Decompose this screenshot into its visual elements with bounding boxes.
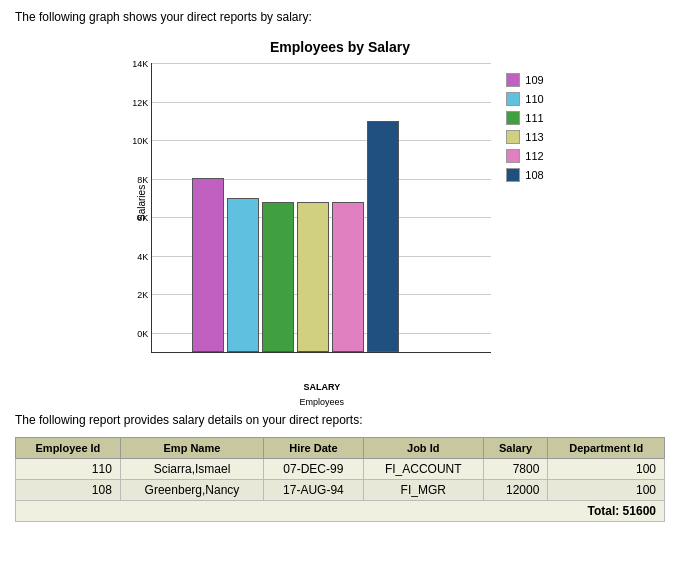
legend-item-109: 109 xyxy=(506,73,543,87)
chart-graph: 0K2K4K6K8K10K12K14KSALARYEmployees xyxy=(151,63,491,353)
table-cell: 07-DEC-99 xyxy=(264,459,364,480)
chart-bar-109 xyxy=(192,178,224,352)
y-tick-label: 0K xyxy=(137,329,148,339)
chart-bar-108 xyxy=(367,121,399,352)
table-cell: FI_ACCOUNT xyxy=(363,459,483,480)
y-tick-label: 12K xyxy=(132,98,148,108)
table-row: 110Sciarra,Ismael07-DEC-99FI_ACCOUNT7800… xyxy=(16,459,665,480)
chart-legend: 109110111113112108 xyxy=(506,63,543,182)
legend-item-108: 108 xyxy=(506,168,543,182)
legend-label-111: 111 xyxy=(525,112,543,124)
legend-label-110: 110 xyxy=(525,93,543,105)
table-cell: 108 xyxy=(16,480,121,501)
table-header-job-id: Job Id xyxy=(363,438,483,459)
legend-label-109: 109 xyxy=(525,74,543,86)
legend-item-110: 110 xyxy=(506,92,543,106)
intro-text: The following graph shows your direct re… xyxy=(0,0,680,29)
table-cell: 110 xyxy=(16,459,121,480)
table-cell: 100 xyxy=(548,480,665,501)
chart-bar-113 xyxy=(297,202,329,352)
table-cell: 7800 xyxy=(483,459,548,480)
legend-color-113 xyxy=(506,130,520,144)
salary-table: Employee IdEmp NameHire DateJob IdSalary… xyxy=(15,437,665,522)
table-cell: Greenberg,Nancy xyxy=(120,480,263,501)
chart-title: Employees by Salary xyxy=(270,39,410,55)
grid-line: 14K xyxy=(152,63,491,64)
legend-color-109 xyxy=(506,73,520,87)
legend-label-113: 113 xyxy=(525,131,543,143)
table-cell: 12000 xyxy=(483,480,548,501)
legend-color-112 xyxy=(506,149,520,163)
chart-bar-112 xyxy=(332,202,364,352)
legend-label-112: 112 xyxy=(525,150,543,162)
table-row: 108Greenberg,Nancy17-AUG-94FI_MGR1200010… xyxy=(16,480,665,501)
table-header-salary: Salary xyxy=(483,438,548,459)
table-total-row: Total: 51600 xyxy=(16,501,665,522)
table-header-emp-name: Emp Name xyxy=(120,438,263,459)
y-tick-label: 14K xyxy=(132,59,148,69)
legend-color-108 xyxy=(506,168,520,182)
x-axis-label: SALARY xyxy=(152,382,491,392)
legend-item-111: 111 xyxy=(506,111,543,125)
legend-color-111 xyxy=(506,111,520,125)
table-total: Total: 51600 xyxy=(16,501,665,522)
table-cell: 17-AUG-94 xyxy=(264,480,364,501)
y-tick-label: 4K xyxy=(137,252,148,262)
y-tick-label: 2K xyxy=(137,290,148,300)
chart-bar-111 xyxy=(262,202,294,352)
table-cell: Sciarra,Ismael xyxy=(120,459,263,480)
table-header-department-id: Department Id xyxy=(548,438,665,459)
legend-item-112: 112 xyxy=(506,149,543,163)
x-axis-sublabel: Employees xyxy=(152,397,491,407)
chart-container: Employees by Salary Salaries 0K2K4K6K8K1… xyxy=(0,29,680,363)
table-header-employee-id: Employee Id xyxy=(16,438,121,459)
table-cell: FI_MGR xyxy=(363,480,483,501)
chart-area: Salaries 0K2K4K6K8K10K12K14KSALARYEmploy… xyxy=(136,63,543,353)
bars-group xyxy=(192,121,399,352)
chart-bar-110 xyxy=(227,198,259,352)
legend-color-110 xyxy=(506,92,520,106)
y-tick-label: 10K xyxy=(132,136,148,146)
legend-label-108: 108 xyxy=(525,169,543,181)
grid-line: 12K xyxy=(152,102,491,103)
legend-item-113: 113 xyxy=(506,130,543,144)
y-tick-label: 8K xyxy=(137,175,148,185)
table-cell: 100 xyxy=(548,459,665,480)
table-header-hire-date: Hire Date xyxy=(264,438,364,459)
y-tick-label: 6K xyxy=(137,213,148,223)
